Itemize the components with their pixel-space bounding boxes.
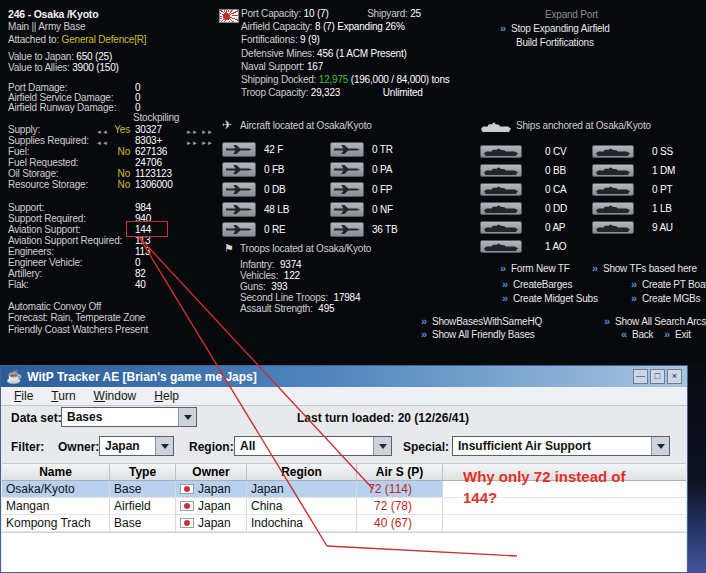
- shipyard-value: 25: [410, 8, 421, 19]
- chevron-down-icon: [178, 408, 196, 426]
- aircraft-count: 48 LB: [264, 204, 289, 216]
- owner-select[interactable]: Japan: [99, 436, 174, 456]
- create-mgbs-button[interactable]: » Create MGBs: [631, 292, 700, 304]
- label: Naval Support:: [241, 61, 304, 72]
- action-label: ShowBasesWithSameHQ: [432, 316, 542, 327]
- menu-window[interactable]: Window: [85, 389, 146, 403]
- aircraft-count: 0 FB: [264, 164, 284, 176]
- show-all-search-arcs-button[interactable]: » Show All Search Arcs: [604, 315, 706, 327]
- battleship-ships-button[interactable]: [480, 164, 522, 177]
- recon-aircraft-button[interactable]: [222, 222, 256, 237]
- stockpile-flag: Yes: [106, 124, 130, 136]
- dive-bomber-button[interactable]: [222, 182, 256, 197]
- label: Artillery:: [8, 268, 42, 279]
- create-midget-subs-button[interactable]: » Create Midget Subs: [502, 292, 598, 304]
- fighter-bomber-button[interactable]: [222, 162, 256, 177]
- minelayer-ships-button[interactable]: [592, 164, 634, 177]
- expand-port-button[interactable]: Expand Port: [545, 8, 598, 20]
- transport-aircraft-button[interactable]: [330, 142, 364, 157]
- tracker-titlebar[interactable]: ☕ WitP Tracker AE [Brian's game me Japs]…: [1, 366, 687, 387]
- double-arrow-icon: »: [500, 23, 506, 33]
- column-header-owner[interactable]: Owner: [176, 464, 247, 480]
- exit-button[interactable]: » Exit: [664, 328, 691, 340]
- value: 8 (7): [315, 21, 335, 32]
- submarine-ships-button[interactable]: [592, 145, 634, 158]
- show-bases-with-same-hq-button[interactable]: » ShowBasesWithSameHQ: [421, 315, 542, 327]
- barge-ships-button[interactable]: [592, 202, 634, 215]
- pt-boat-ships-button[interactable]: [592, 183, 634, 196]
- show-tfs-based-here-button[interactable]: » Show TFs based here: [592, 262, 697, 274]
- create-pt-boats-button[interactable]: » Create PT Boats: [631, 278, 706, 290]
- carrier-ships-button[interactable]: [480, 145, 522, 158]
- patrol-aircraft-button[interactable]: [330, 162, 364, 177]
- action-label: CreateBarges: [513, 279, 572, 290]
- float-plane-button[interactable]: [330, 182, 364, 197]
- last-turn-label: Last turn loaded: 20 (12/26/41): [297, 411, 469, 425]
- coast-watchers-note: Friendly Coast Watchers Present: [8, 324, 148, 336]
- menu-turn[interactable]: Turn: [42, 389, 84, 403]
- label: Fuel:: [8, 146, 29, 157]
- cell-type: Base: [110, 481, 176, 498]
- build-fortifications-button[interactable]: Build Fortifications: [516, 36, 594, 48]
- cell-owner: Japan: [176, 498, 247, 515]
- fighter-aircraft-button[interactable]: [222, 142, 256, 157]
- cruiser-ships-button[interactable]: [480, 183, 522, 196]
- cell-name: Osaka/Kyoto: [2, 481, 110, 498]
- aircraft-count: 0 FP: [372, 184, 392, 196]
- stop-expanding-airfield-button[interactable]: » Stop Expanding Airfield: [500, 22, 610, 34]
- show-all-friendly-bases-button[interactable]: » Show All Friendly Bases: [421, 328, 535, 340]
- docked-tons: 12,975: [319, 74, 348, 85]
- defensive-mines-line: Defensive Mines: 456 (1 ACM Present): [241, 48, 407, 60]
- label: Support:: [8, 202, 44, 213]
- level-bomber-button[interactable]: [222, 202, 256, 217]
- oiler-ships-button[interactable]: [480, 240, 522, 253]
- create-barges-button[interactable]: » CreateBarges: [502, 278, 572, 290]
- column-header-region[interactable]: Region: [247, 464, 357, 480]
- menu-help[interactable]: Help: [145, 389, 188, 403]
- auxiliary-ships-button[interactable]: [592, 221, 634, 234]
- japan-naval-ensign-icon: [219, 9, 239, 23]
- game-background-strip: [688, 365, 706, 573]
- night-fighter-button[interactable]: [330, 202, 364, 217]
- owner-name: Japan: [198, 499, 231, 513]
- cell-type: Airfield: [110, 498, 176, 515]
- close-button[interactable]: ×: [667, 369, 682, 384]
- destroyer-ships-button[interactable]: [480, 202, 522, 215]
- hq-link[interactable]: General Defence[R]: [62, 34, 147, 45]
- selected-value: Insufficient Air Support: [458, 439, 591, 453]
- ship-count: 0 PT: [652, 184, 672, 196]
- label: Airfield Runway Damage:: [8, 102, 116, 113]
- menu-file[interactable]: File: [5, 389, 42, 403]
- maximize-button[interactable]: □: [650, 369, 665, 384]
- ship-count: 0 CA: [545, 184, 566, 196]
- naval-support-line: Naval Support: 167: [241, 61, 323, 73]
- transport-ships-button[interactable]: [480, 221, 522, 234]
- tracker-title: WitP Tracker AE [Brian's game me Japs]: [27, 370, 257, 384]
- form-new-tf-button[interactable]: » Form New TF: [500, 262, 570, 274]
- label: Value to Allies:: [8, 62, 70, 73]
- stockpiling-header: Stockpiling: [133, 112, 179, 124]
- value: 167: [307, 61, 323, 72]
- table-row[interactable]: Kompong Trach Base Japan Indochina 40 (6…: [2, 515, 686, 532]
- required-increase-more-button[interactable]: ►►: [201, 137, 213, 149]
- label: Defensive Mines:: [241, 48, 315, 59]
- column-header-name[interactable]: Name: [2, 464, 110, 480]
- column-header-air-support[interactable]: Air S (P): [357, 464, 443, 480]
- label: Fuel Requested:: [8, 157, 78, 168]
- action-label: Back: [632, 329, 653, 340]
- column-header-type[interactable]: Type: [110, 464, 176, 480]
- action-label: Show All Search Arcs: [615, 316, 706, 327]
- dataset-select[interactable]: Bases: [61, 407, 197, 427]
- japan-flag-icon: [180, 501, 194, 511]
- cell-region: Indochina: [247, 515, 357, 532]
- back-button[interactable]: « Back: [621, 328, 653, 340]
- value: 1306000: [135, 179, 173, 191]
- region-select[interactable]: All: [234, 436, 392, 456]
- label: Supplies Required:: [8, 135, 89, 146]
- torpedo-bomber-button[interactable]: [330, 222, 364, 237]
- cell-type: Base: [110, 515, 176, 532]
- special-select[interactable]: Insufficient Air Support: [452, 436, 670, 456]
- value: 9 (9): [300, 34, 320, 45]
- minimize-button[interactable]: —: [633, 369, 648, 384]
- required-increase-button[interactable]: ►►: [186, 137, 198, 149]
